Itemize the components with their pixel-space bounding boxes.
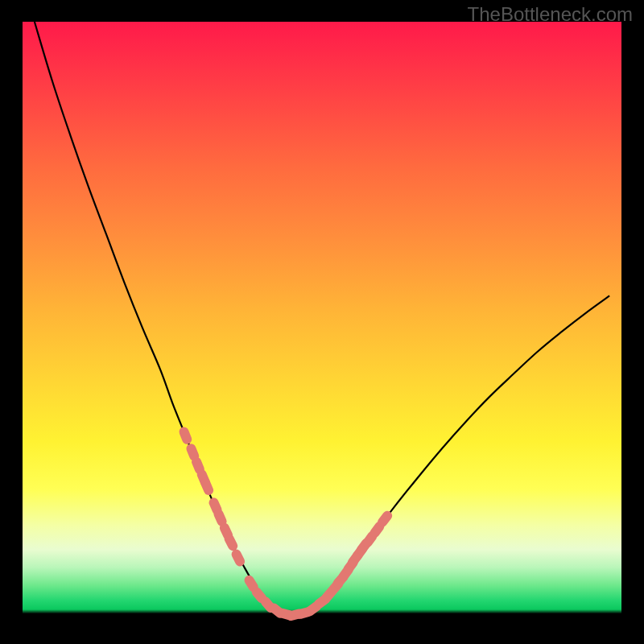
bottleneck-curve (35, 22, 609, 615)
marker-group (178, 426, 394, 622)
chart-svg (23, 22, 621, 621)
curve-marker (178, 426, 193, 446)
